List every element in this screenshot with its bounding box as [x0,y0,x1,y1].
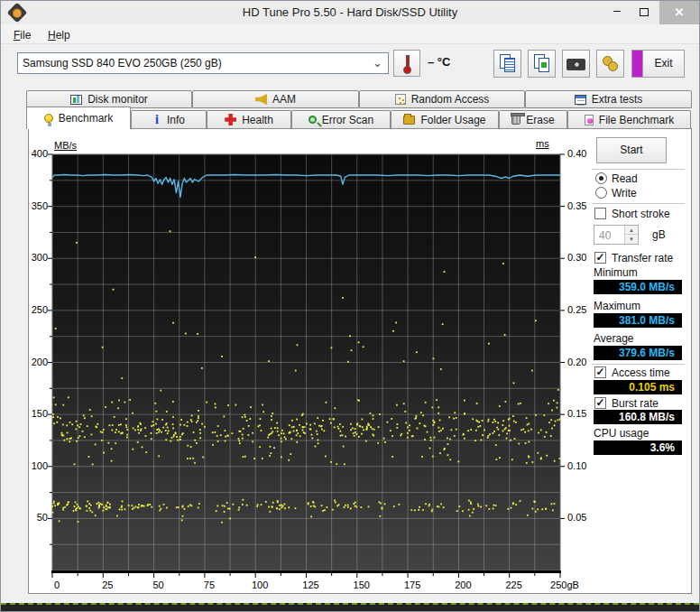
bar-chart-icon [70,95,82,105]
tab-error-scan[interactable]: Error Scan [291,110,391,128]
average-value: 379.6 MB/s [594,346,682,360]
magnifier-icon [309,116,317,124]
y-right-tick-label: 0.35 [567,200,586,211]
tab-extra-tests[interactable]: Extra tests [525,90,692,108]
y-left-tick-label: 200 [24,357,48,367]
average-label: Average [594,332,633,345]
short-stroke-label: Short stroke [612,208,670,220]
read-label: Read [612,172,638,185]
drive-select-dropdown[interactable]: Samsung SSD 840 EVO 250GB (250 gB) ⌄ [17,52,389,74]
maximize-button[interactable] [631,1,658,24]
speaker-icon [255,94,267,105]
chevron-down-icon: ⌄ [373,53,382,73]
burst-rate-label: Burst rate [612,397,659,410]
chart-grid-icon [575,95,586,105]
separator [592,364,685,366]
tab-label: Disk monitor [88,93,148,106]
stepper-buttons[interactable]: ▲▼ [624,226,638,244]
minimum-label: Minimum [594,266,638,279]
x-tick-label: 0 [39,580,75,590]
minimize-button[interactable]: – [603,1,631,24]
access-time-checkbox[interactable]: ✓ [594,366,606,378]
x-tick-label: 250gB [547,580,583,590]
copy-image-button[interactable] [528,50,556,78]
write-radio[interactable] [595,187,607,199]
donate-button[interactable] [596,50,624,78]
tab-label: Random Access [411,93,490,106]
drive-select-value: Samsung SSD 840 EVO 250GB (250 gB) [23,57,222,70]
menu-help[interactable]: Help [42,27,76,43]
y-left-tick-label: 400 [24,148,48,159]
x-tick-label: 100 [242,580,278,590]
tab-health[interactable]: Health [207,110,291,128]
tab-benchmark[interactable]: Benchmark [26,107,131,129]
burst-rate-checkbox[interactable]: ✓ [594,397,606,409]
tab-info[interactable]: i Info [131,110,207,128]
benchmark-chart [37,145,592,589]
tab-label: Error Scan [322,114,373,126]
temperature-readout: – °C [428,55,450,69]
y-right-unit-label: ms [536,138,549,149]
read-radio[interactable] [595,172,607,184]
close-button[interactable]: ✕ [659,1,699,24]
short-stroke-checkbox[interactable] [594,208,606,219]
folder-icon [403,116,415,125]
title-bar: HD Tune Pro 5.50 - Hard Disk/SSD Utility… [1,1,699,24]
tab-random-access[interactable]: Random Access [359,90,525,108]
cpu-usage-label: CPU usage [594,427,649,440]
y-right-tick-label: 0.20 [567,357,586,367]
stepper-down-icon[interactable]: ▼ [625,235,638,244]
stepper-up-icon[interactable]: ▲ [625,226,638,235]
minimum-value: 359.0 MB/s [594,280,682,294]
toolbar: Samsung SSD 840 EVO 250GB (250 gB) ⌄ – °… [1,44,699,86]
lightbulb-icon [44,114,53,123]
tab-label: AAM [272,93,296,106]
x-tick-label: 225 [496,580,532,590]
tab-label: Erase [526,114,554,126]
x-tick-label: 25 [89,580,125,590]
transfer-rate-checkbox[interactable]: ✓ [594,252,606,264]
access-time-value: 0.105 ms [594,380,682,394]
y-right-tick-label: 0.05 [567,512,586,523]
copy-text-button[interactable] [493,50,521,78]
tab-erase[interactable]: Erase [499,110,567,128]
y-right-tick-label: 0.10 [567,460,586,471]
y-left-tick-label: 350 [24,200,48,211]
info-icon: i [152,115,161,125]
maximum-label: Maximum [594,300,640,312]
menu-bar: File Help [1,24,699,44]
short-stroke-size-value: 40 [599,229,611,242]
transfer-rate-label: Transfer rate [612,252,673,264]
y-right-tick-label: 0.40 [567,148,586,159]
x-tick-label: 175 [394,580,430,590]
y-left-tick-label: 150 [24,408,48,419]
separator [592,169,685,171]
file-benchmark-icon [585,115,594,125]
maximum-value: 381.0 MB/s [594,313,682,328]
temperature-button[interactable] [393,50,420,77]
y-left-tick-label: 50 [24,512,48,523]
y-right-tick-label: 0.15 [567,408,586,419]
y-left-tick-label: 300 [24,252,48,263]
tab-folder-usage[interactable]: Folder Usage [391,110,499,128]
tab-file-benchmark[interactable]: File Benchmark [567,110,691,128]
screenshot-button[interactable] [562,50,590,78]
menu-file[interactable]: File [8,27,36,43]
short-stroke-size-stepper[interactable]: 40 ▲▼ [594,225,639,245]
tab-label: Health [242,114,273,126]
app-window: HD Tune Pro 5.50 - Hard Disk/SSD Utility… [0,0,700,612]
tab-label: Extra tests [592,93,643,106]
x-tick-label: 75 [191,580,227,590]
tab-aam[interactable]: AAM [192,90,359,108]
exit-button[interactable]: Exit [642,50,685,78]
write-label: Write [612,187,637,199]
access-time-label: Access time [612,366,670,379]
y-left-tick-label: 250 [24,304,48,315]
tab-disk-monitor[interactable]: Disk monitor [26,90,192,108]
tab-label: Info [167,114,185,126]
start-button[interactable]: Start [596,137,667,163]
random-dots-icon [395,94,406,105]
window-title: HD Tune Pro 5.50 - Hard Disk/SSD Utility [1,5,699,19]
separator [592,203,685,205]
x-tick-label: 50 [141,580,177,590]
